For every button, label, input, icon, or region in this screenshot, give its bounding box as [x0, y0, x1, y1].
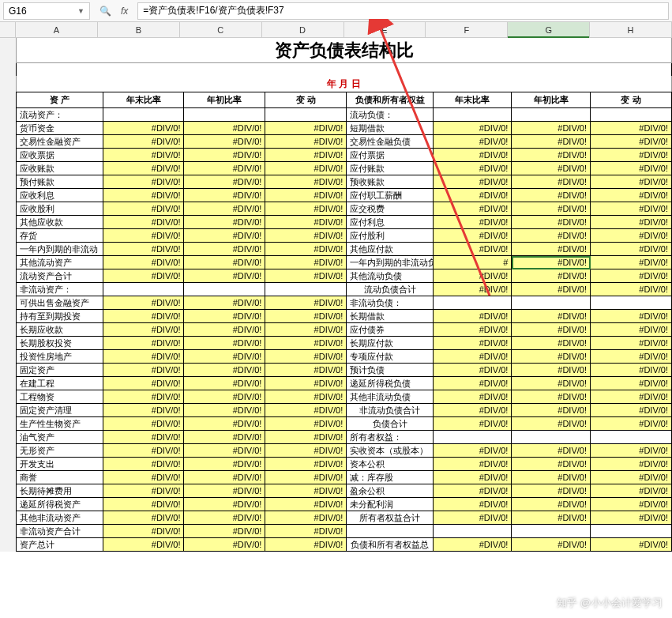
value-cell[interactable]: #DIV/0!: [265, 538, 347, 552]
column-header-C[interactable]: C: [180, 22, 262, 37]
table-row[interactable]: 应收利息#DIV/0!#DIV/0!#DIV/0!应付职工薪酬#DIV/0!#D…: [17, 189, 672, 202]
asset-label[interactable]: 流动资产合计: [17, 269, 103, 283]
table-row[interactable]: 持有至到期投资#DIV/0!#DIV/0!#DIV/0!长期借款#DIV/0!#…: [17, 310, 672, 323]
value-cell[interactable]: #DIV/0!: [184, 310, 265, 323]
asset-label[interactable]: 资产总计: [17, 538, 103, 552]
liab-label[interactable]: 其他应付款: [347, 243, 434, 256]
table-row[interactable]: 一年内到期的非流动#DIV/0!#DIV/0!#DIV/0!其他应付款#DIV/…: [17, 243, 672, 256]
asset-label[interactable]: 开发支出: [17, 458, 103, 471]
value-cell[interactable]: #DIV/0!: [184, 122, 265, 135]
selected-cell[interactable]: #DIV/0!: [512, 256, 591, 269]
value-cell[interactable]: #DIV/0!: [433, 364, 512, 377]
table-row[interactable]: 非流动资产： 流动负债合计#DIV/0!#DIV/0!#DIV/0!: [17, 283, 672, 296]
asset-label[interactable]: 应收票据: [17, 149, 103, 162]
value-cell[interactable]: #DIV/0!: [591, 323, 672, 337]
table-row[interactable]: 其他非流动资产#DIV/0!#DIV/0!#DIV/0! 所有者权益合计#DIV…: [17, 511, 672, 525]
value-cell[interactable]: #DIV/0!: [184, 444, 265, 458]
value-cell[interactable]: #DIV/0!: [103, 511, 184, 525]
zoom-icon[interactable]: 🔍: [99, 6, 111, 17]
table-row[interactable]: 工程物资#DIV/0!#DIV/0!#DIV/0!其他非流动负债#DIV/0!#…: [17, 390, 672, 404]
asset-label[interactable]: 工程物资: [17, 390, 103, 404]
asset-label[interactable]: 商誉: [17, 471, 103, 484]
value-cell[interactable]: #DIV/0!: [433, 458, 512, 471]
table-row[interactable]: 非流动资产合计#DIV/0!#DIV/0!#DIV/0!: [17, 525, 672, 538]
table-row[interactable]: 应收票据#DIV/0!#DIV/0!#DIV/0!应付票据#DIV/0!#DIV…: [17, 149, 672, 162]
value-cell[interactable]: [433, 108, 512, 122]
value-cell[interactable]: #DIV/0!: [591, 350, 672, 364]
value-cell[interactable]: #DIV/0!: [184, 525, 265, 538]
value-cell[interactable]: #DIV/0!: [103, 431, 184, 444]
value-cell[interactable]: #DIV/0!: [512, 175, 591, 189]
value-cell[interactable]: #DIV/0!: [184, 471, 265, 484]
value-cell[interactable]: #DIV/0!: [433, 337, 512, 350]
liab-label[interactable]: 预计负债: [347, 364, 434, 377]
value-cell[interactable]: #DIV/0!: [512, 135, 591, 149]
value-cell[interactable]: #DIV/0!: [103, 404, 184, 417]
value-cell[interactable]: #DIV/0!: [103, 444, 184, 458]
value-cell[interactable]: #DIV/0!: [591, 122, 672, 135]
value-cell[interactable]: #DIV/0!: [103, 525, 184, 538]
liab-label[interactable]: 应付职工薪酬: [347, 189, 434, 202]
value-cell[interactable]: #DIV/0!: [591, 538, 672, 552]
value-cell[interactable]: #DIV/0!: [184, 458, 265, 471]
value-cell[interactable]: #DIV/0!: [265, 431, 347, 444]
value-cell[interactable]: #DIV/0!: [433, 498, 512, 511]
liab-label[interactable]: 未分配利润: [347, 498, 434, 511]
table-row[interactable]: 商誉#DIV/0!#DIV/0!#DIV/0!减：库存股#DIV/0!#DIV/…: [17, 471, 672, 484]
liab-label[interactable]: 流动负债合计: [347, 283, 434, 296]
liab-label[interactable]: 应付债券: [347, 323, 434, 337]
value-cell[interactable]: [184, 283, 265, 296]
value-cell[interactable]: #DIV/0!: [265, 202, 347, 216]
column-header-D[interactable]: D: [262, 22, 344, 37]
asset-label[interactable]: 其他流动资产: [17, 256, 103, 269]
liab-label[interactable]: 减：库存股: [347, 471, 434, 484]
value-cell[interactable]: #DIV/0!: [103, 390, 184, 404]
value-cell[interactable]: #DIV/0!: [265, 122, 347, 135]
liab-label[interactable]: 所有者权益：: [347, 431, 434, 444]
asset-label[interactable]: 货币资金: [17, 122, 103, 135]
value-cell[interactable]: #DIV/0!: [103, 337, 184, 350]
asset-label[interactable]: 在建工程: [17, 377, 103, 390]
asset-label[interactable]: 应收账款: [17, 162, 103, 175]
value-cell[interactable]: #DIV/0!: [591, 283, 672, 296]
value-cell[interactable]: #DIV/0!: [103, 243, 184, 256]
value-cell[interactable]: #DIV/0!: [103, 471, 184, 484]
value-cell[interactable]: #DIV/0!: [433, 390, 512, 404]
value-cell[interactable]: #DIV/0!: [265, 525, 347, 538]
value-cell[interactable]: #DIV/0!: [184, 162, 265, 175]
value-cell[interactable]: #DIV/0!: [591, 175, 672, 189]
table-row[interactable]: 油气资产#DIV/0!#DIV/0!#DIV/0!所有者权益：: [17, 431, 672, 444]
value-cell[interactable]: #DIV/0!: [265, 444, 347, 458]
value-cell[interactable]: #DIV/0!: [184, 337, 265, 350]
value-cell[interactable]: #DIV/0!: [591, 458, 672, 471]
value-cell[interactable]: #DIV/0!: [265, 417, 347, 431]
liab-label[interactable]: 盈余公积: [347, 484, 434, 498]
data-table[interactable]: 资 产 年末比率 年初比率 变 动 负债和所有者权益 年末比率 年初比率 变 动…: [16, 92, 672, 552]
value-cell[interactable]: #DIV/0!: [591, 390, 672, 404]
value-cell[interactable]: #DIV/0!: [591, 216, 672, 229]
value-cell[interactable]: #DIV/0!: [103, 484, 184, 498]
value-cell[interactable]: #DIV/0!: [103, 498, 184, 511]
liab-label[interactable]: 应付票据: [347, 149, 434, 162]
value-cell[interactable]: #DIV/0!: [103, 296, 184, 310]
value-cell[interactable]: #DIV/0!: [103, 417, 184, 431]
liab-label[interactable]: 交易性金融负债: [347, 135, 434, 149]
table-row[interactable]: 存货#DIV/0!#DIV/0!#DIV/0!应付股利#DIV/0!#DIV/0…: [17, 229, 672, 243]
liab-label[interactable]: 应付利息: [347, 216, 434, 229]
liab-label[interactable]: 负债和所有者权益总: [347, 538, 434, 552]
value-cell[interactable]: #DIV/0!: [103, 323, 184, 337]
asset-label[interactable]: 递延所得税资产: [17, 498, 103, 511]
value-cell[interactable]: #DIV/0!: [591, 511, 672, 525]
table-row[interactable]: 流动资产合计#DIV/0!#DIV/0!#DIV/0!其他流动负债#DIV/0!…: [17, 269, 672, 283]
value-cell[interactable]: #DIV/0!: [433, 216, 512, 229]
asset-label[interactable]: 可供出售金融资产: [17, 296, 103, 310]
value-cell[interactable]: #DIV/0!: [512, 538, 591, 552]
value-cell[interactable]: #DIV/0!: [433, 122, 512, 135]
value-cell[interactable]: #DIV/0!: [184, 135, 265, 149]
value-cell[interactable]: #DIV/0!: [433, 323, 512, 337]
asset-label[interactable]: 预付账款: [17, 175, 103, 189]
table-row[interactable]: 固定资产#DIV/0!#DIV/0!#DIV/0!预计负债#DIV/0!#DIV…: [17, 364, 672, 377]
value-cell[interactable]: #DIV/0!: [512, 310, 591, 323]
value-cell[interactable]: #DIV/0!: [265, 162, 347, 175]
value-cell[interactable]: #DIV/0!: [512, 283, 591, 296]
